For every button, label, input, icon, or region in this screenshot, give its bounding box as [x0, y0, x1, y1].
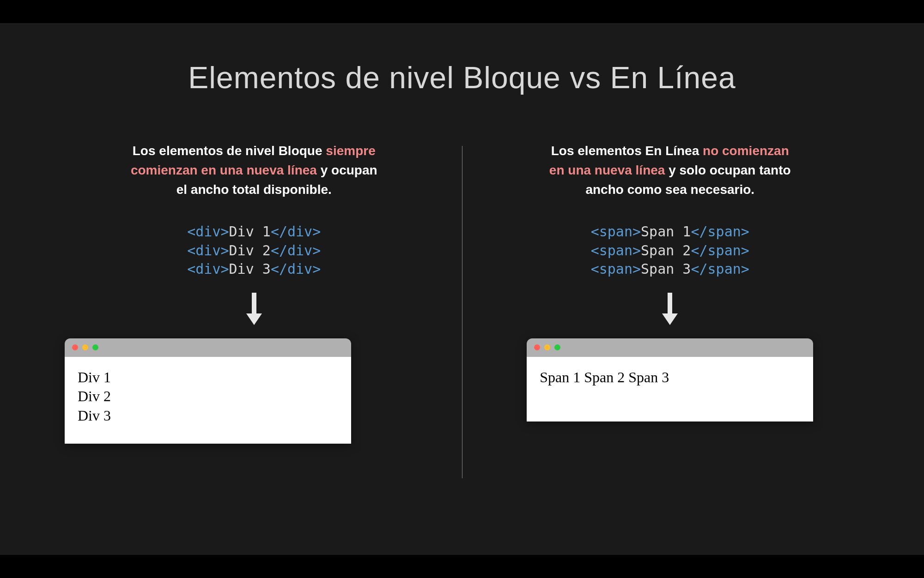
code-close-tag: </span>	[691, 242, 749, 259]
column-inline: Los elementos En Línea no comienzan en u…	[462, 141, 878, 421]
traffic-light-close-icon	[72, 344, 78, 350]
window-titlebar	[65, 338, 351, 357]
output-span: Span 2	[584, 369, 625, 385]
code-close-tag: </div>	[271, 242, 321, 259]
columns: Los elementos de nivel Bloque siempre co…	[46, 141, 878, 478]
inline-description: Los elementos En Línea no comienzan en u…	[545, 141, 795, 199]
window-titlebar	[527, 338, 813, 357]
code-text: Span 3	[641, 261, 691, 277]
code-text: Div 3	[229, 261, 271, 277]
output-line: Div 2	[78, 387, 338, 406]
window-content-block: Div 1 Div 2 Div 3	[65, 357, 351, 444]
traffic-light-minimize-icon	[544, 344, 550, 350]
block-description: Los elementos de nivel Bloque siempre co…	[129, 141, 379, 199]
slide-title: Elementos de nivel Bloque vs En Línea	[46, 60, 878, 95]
svg-rect-2	[668, 293, 672, 315]
browser-window-inline: Span 1 Span 2 Span 3	[527, 338, 813, 421]
code-open-tag: <span>	[591, 223, 641, 240]
output-line: Div 1	[78, 368, 338, 387]
code-open-tag: <span>	[591, 261, 641, 277]
code-text: Div 2	[229, 242, 271, 259]
code-line: <div>Div 3</div>	[187, 261, 321, 277]
code-line: <div>Div 2</div>	[187, 242, 321, 259]
traffic-light-close-icon	[534, 344, 540, 350]
desc-text: Los elementos En Línea	[551, 144, 703, 158]
browser-window-block: Div 1 Div 2 Div 3	[65, 338, 351, 444]
output-span: Span 1	[540, 369, 580, 385]
code-close-tag: </div>	[271, 223, 321, 240]
code-close-tag: </span>	[691, 223, 749, 240]
code-line: <span>Span 1</span>	[591, 223, 749, 240]
output-line: Div 3	[78, 406, 338, 426]
code-line: <div>Div 1</div>	[187, 223, 321, 240]
output-span: Span 3	[628, 369, 669, 385]
column-block: Los elementos de nivel Bloque siempre co…	[46, 141, 462, 444]
block-code-example: <div>Div 1</div> <div>Div 2</div> <div>D…	[187, 223, 321, 279]
code-line: <span>Span 3</span>	[591, 261, 749, 277]
svg-marker-1	[246, 313, 262, 325]
code-close-tag: </div>	[271, 261, 321, 277]
code-open-tag: <span>	[591, 242, 641, 259]
code-open-tag: <div>	[187, 261, 229, 277]
desc-text: Los elementos de nivel Bloque	[133, 144, 326, 158]
svg-marker-3	[662, 313, 678, 325]
inline-code-example: <span>Span 1</span> <span>Span 2</span> …	[591, 223, 749, 279]
arrow-down-icon	[662, 293, 678, 327]
traffic-light-zoom-icon	[554, 344, 560, 350]
traffic-light-minimize-icon	[82, 344, 88, 350]
code-open-tag: <div>	[187, 242, 229, 259]
code-open-tag: <div>	[187, 223, 229, 240]
arrow-down-icon	[246, 293, 262, 327]
code-close-tag: </span>	[691, 261, 749, 277]
svg-rect-0	[252, 293, 256, 315]
slide-container: Elementos de nivel Bloque vs En Línea Lo…	[0, 23, 924, 555]
code-text: Span 2	[641, 242, 691, 259]
window-content-inline: Span 1 Span 2 Span 3	[527, 357, 813, 421]
code-text: Span 1	[641, 223, 691, 240]
code-line: <span>Span 2</span>	[591, 242, 749, 259]
traffic-light-zoom-icon	[92, 344, 98, 350]
code-text: Div 1	[229, 223, 271, 240]
